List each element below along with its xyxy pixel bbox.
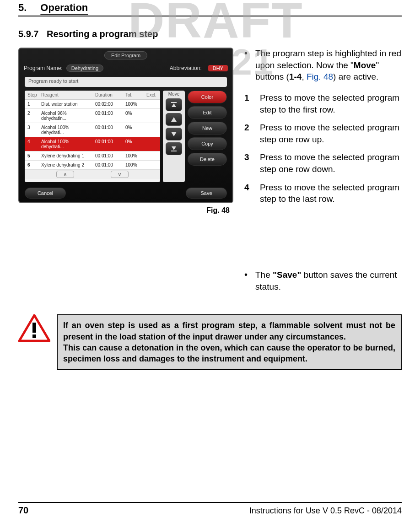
- cell-duration: 00:01:00: [92, 161, 123, 169]
- cell-excl: [144, 123, 160, 137]
- chapter-rule: [18, 16, 402, 16]
- delete-button[interactable]: Delete: [188, 153, 227, 166]
- program-steps-table: Step Reagent Duration Tol. Excl. 1Dist. …: [25, 91, 160, 182]
- col-excl: Excl.: [144, 91, 160, 99]
- section-heading: 5.9.7 Resorting a program step: [18, 28, 402, 39]
- abbreviation-value[interactable]: DHY: [208, 65, 228, 71]
- step-text: Press to move the selected program step …: [260, 92, 402, 115]
- figure-caption: Fig. 48: [18, 207, 233, 214]
- scroll-up-icon[interactable]: ∧: [56, 171, 74, 178]
- move-last-button[interactable]: [166, 142, 182, 155]
- move-steps-list: 1Press to move the selected program step…: [244, 92, 402, 205]
- copy-button[interactable]: Copy: [188, 137, 227, 150]
- table-row[interactable]: 2Alcohol 96% dehydratin...00:01:000%: [25, 109, 160, 123]
- cell-step: 5: [25, 151, 38, 160]
- table-row[interactable]: 3Alcohol 100% dehydrati...00:01:000%: [25, 123, 160, 137]
- move-step-item: 3Press to move the selected program step…: [244, 151, 402, 175]
- step-text: Press to move the selected program step …: [260, 122, 402, 145]
- cell-reagent: Xylene dehydrating 2: [38, 161, 92, 169]
- intro-range-bold: 1-4: [289, 72, 302, 81]
- edit-button[interactable]: Edit: [188, 106, 227, 119]
- warning-block: If an oven step is used as a first progr…: [18, 314, 402, 370]
- move-step-item: 4Press to move the selected program step…: [244, 182, 402, 205]
- save-bold: "Save": [273, 270, 301, 280]
- move-down-button[interactable]: [166, 128, 182, 140]
- step-text: Press to move the selected program step …: [260, 182, 402, 205]
- edit-program-window: Edit Program Program Name: Dehydrating A…: [18, 48, 233, 203]
- svg-rect-7: [32, 323, 36, 333]
- chapter-header: 5. Operation: [18, 0, 402, 13]
- move-step-item: 1Press to move the selected program step…: [244, 92, 402, 115]
- cell-step: 2: [25, 109, 38, 123]
- cell-excl: [144, 137, 160, 151]
- move-up-button[interactable]: [166, 113, 182, 126]
- svg-marker-2: [171, 117, 177, 122]
- svg-marker-3: [171, 132, 177, 136]
- cell-excl: [144, 161, 160, 169]
- side-buttons: Color Edit New Copy Delete: [188, 91, 227, 182]
- table-row[interactable]: 6Xylene dehydrating 200:01:00100%: [25, 161, 160, 170]
- cell-tol: 0%: [123, 137, 144, 151]
- bullet-dot-icon: •: [244, 48, 255, 83]
- chapter-title: Operation: [40, 3, 88, 13]
- col-tol: Tol.: [123, 91, 144, 99]
- window-title: Edit Program: [104, 51, 147, 59]
- doc-version: Instructions for Use V 0.5 RevC - 08/201…: [249, 507, 402, 515]
- cell-step: 3: [25, 123, 38, 137]
- cell-tol: 100%: [123, 100, 144, 108]
- scroll-down-icon[interactable]: ∨: [111, 171, 129, 178]
- chapter-number: 5.: [18, 3, 27, 13]
- table-row[interactable]: 5Xylene dehydrating 100:01:00100%: [25, 151, 160, 161]
- save-button[interactable]: Save: [186, 188, 227, 199]
- cancel-button[interactable]: Cancel: [25, 188, 66, 199]
- cell-reagent: Alcohol 100% dehydrati...: [38, 137, 92, 151]
- cell-excl: [144, 151, 160, 160]
- svg-marker-4: [172, 146, 176, 150]
- step-text: Press to move the selected program step …: [260, 151, 402, 175]
- move-step-item: 2Press to move the selected program step…: [244, 122, 402, 145]
- move-label: Move: [163, 92, 185, 97]
- section-title: Resorting a program step: [47, 29, 158, 39]
- move-button-group: Move: [163, 91, 185, 182]
- intro-text-3: ) are active.: [333, 72, 378, 81]
- intro-bullet: • The program step is highlighted in red…: [244, 48, 402, 83]
- table-row[interactable]: 4Alcohol 100% dehydrati...00:01:000%: [25, 137, 160, 151]
- bullet-dot-icon: •: [244, 269, 255, 292]
- step-number: 4: [244, 182, 260, 205]
- save-text-pre: The: [255, 270, 273, 280]
- cell-reagent: Xylene dehydrating 1: [38, 151, 92, 160]
- cell-duration: 00:01:00: [92, 151, 123, 160]
- warning-text: If an oven step is used as a first progr…: [57, 314, 402, 370]
- cell-tol: 100%: [123, 151, 144, 160]
- cell-reagent: Dist. water station: [38, 100, 92, 108]
- abbreviation-label: Abbreviation:: [170, 65, 202, 71]
- intro-text-1: The program step is highlighted in red u…: [255, 49, 401, 70]
- step-number: 1: [244, 92, 260, 115]
- step-number: 3: [244, 151, 260, 175]
- cell-duration: 00:01:00: [92, 123, 123, 137]
- program-name-value[interactable]: Dehydrating: [66, 65, 103, 72]
- cell-step: 1: [25, 100, 38, 108]
- page-number: 70: [18, 506, 28, 515]
- intro-sep: ,: [302, 72, 307, 81]
- color-button[interactable]: Color: [188, 91, 227, 103]
- table-row[interactable]: 1Dist. water station00:02:00100%: [25, 100, 160, 109]
- cell-tol: 100%: [123, 161, 144, 169]
- svg-rect-0: [171, 102, 177, 103]
- col-step: Step: [25, 91, 38, 99]
- step-number: 2: [244, 122, 260, 145]
- section-number: 5.9.7: [18, 28, 38, 39]
- col-duration: Duration: [92, 91, 123, 99]
- move-first-button[interactable]: [166, 98, 182, 111]
- intro-move-bold: Move: [354, 60, 376, 70]
- table-scrollbar[interactable]: ∧ ∨: [25, 170, 160, 179]
- svg-marker-1: [172, 103, 176, 107]
- new-button[interactable]: New: [188, 122, 227, 135]
- cell-tol: 0%: [123, 123, 144, 137]
- intro-figref: Fig. 48: [307, 72, 333, 81]
- cell-tol: 0%: [123, 109, 144, 123]
- cell-excl: [144, 100, 160, 108]
- svg-rect-8: [32, 334, 36, 338]
- page-footer: 70 Instructions for Use V 0.5 RevC - 08/…: [18, 502, 402, 515]
- cell-reagent: Alcohol 100% dehydrati...: [38, 123, 92, 137]
